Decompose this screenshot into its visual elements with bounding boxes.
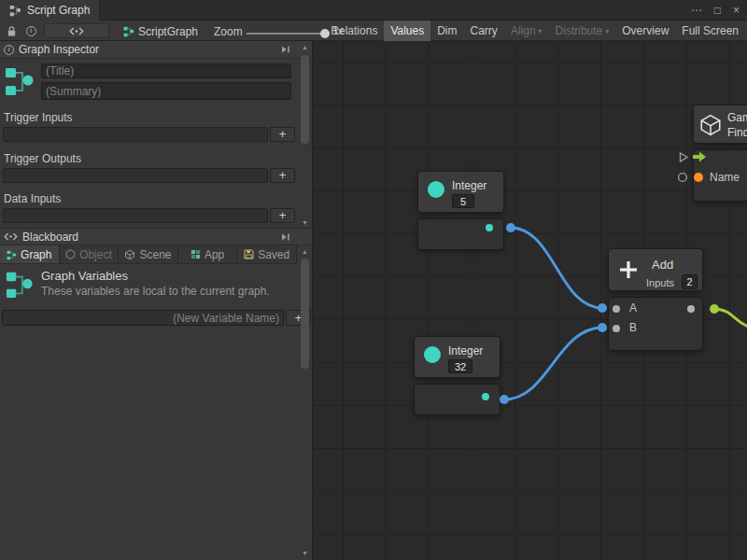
- tab-scene[interactable]: Scene: [119, 245, 178, 264]
- port-a-label: A: [629, 301, 637, 315]
- left-panel: i Graph Inspector Trigger Inputs + Trigg…: [0, 41, 313, 560]
- toolbar-button-relations[interactable]: Relations: [324, 21, 384, 41]
- info-icon: i: [26, 26, 36, 36]
- connection-endpoint[interactable]: [598, 323, 607, 332]
- node-integer-32[interactable]: Integer: [414, 336, 500, 416]
- node-header[interactable]: Integer: [414, 336, 500, 378]
- visual-scripting-icon: [69, 27, 84, 35]
- port-b-label: B: [629, 321, 637, 334]
- tab-app[interactable]: App: [178, 245, 238, 264]
- scroll-down-icon[interactable]: ▼: [299, 218, 311, 228]
- scroll-down-icon[interactable]: ▼: [299, 549, 311, 558]
- zoom-label: Zoom: [214, 25, 243, 38]
- data-input-port[interactable]: [677, 172, 688, 183]
- tab-label: Saved: [258, 248, 289, 261]
- add-data-input-button[interactable]: +: [270, 208, 295, 223]
- node-header[interactable]: Game Find: [693, 105, 747, 144]
- toolbar-button-carry[interactable]: Carry: [464, 21, 504, 41]
- graph-asset-button[interactable]: [44, 23, 109, 38]
- connection-endpoint[interactable]: [506, 223, 515, 232]
- graph-summary-input[interactable]: [41, 82, 291, 100]
- window-titlebar: Script Graph ⋯ □ ×: [0, 0, 747, 21]
- input-port-b[interactable]: [613, 325, 620, 332]
- node-add[interactable]: Add Inputs A B: [608, 248, 703, 353]
- new-variable-input[interactable]: [2, 310, 284, 326]
- toolbar-button-align[interactable]: Align ▾: [504, 21, 549, 41]
- node-header[interactable]: Add Inputs: [608, 248, 703, 291]
- scrollbar-thumb[interactable]: [301, 55, 309, 144]
- graph-title-input[interactable]: [41, 63, 291, 78]
- lock-button[interactable]: [3, 23, 20, 38]
- window-maximize-button[interactable]: □: [714, 4, 721, 17]
- tab-script-graph[interactable]: Script Graph: [0, 0, 100, 21]
- inspector-scrollbar[interactable]: ▲ ▼: [299, 43, 311, 228]
- node-integer-5[interactable]: Integer: [417, 171, 504, 251]
- graph-inspector-header: i Graph Inspector: [0, 41, 312, 59]
- node-title: Integer: [448, 344, 483, 357]
- floppy-icon: [244, 249, 254, 259]
- cube-icon: [698, 113, 723, 137]
- inputs-count-input[interactable]: [682, 274, 698, 289]
- toolbar-button-overview[interactable]: Overview: [615, 21, 675, 41]
- tab-saved[interactable]: Saved: [237, 245, 297, 264]
- trigger-outputs-list: [3, 168, 268, 183]
- toolbar-button-label: Align: [511, 24, 536, 37]
- integer-value-input[interactable]: [452, 194, 474, 208]
- toolbar-button-values[interactable]: Values: [384, 21, 430, 41]
- tab-label: Object: [79, 248, 112, 261]
- window-menu-button[interactable]: ⋯: [691, 4, 702, 17]
- unity-script-graph-window: Script Graph ⋯ □ × i ScriptGraph Zoom 1x…: [0, 0, 747, 560]
- scroll-up-icon[interactable]: ▲: [299, 247, 311, 257]
- node-title: Integer: [452, 179, 486, 192]
- connection-endpoint[interactable]: [710, 304, 719, 314]
- info-button[interactable]: i: [22, 23, 39, 38]
- connection-int5-to-a[interactable]: [511, 228, 602, 308]
- inputs-label: Inputs: [646, 277, 674, 288]
- expand-pane-icon[interactable]: [281, 232, 291, 242]
- graph-name-label: ScriptGraph: [138, 25, 198, 38]
- name-port-label: Name: [710, 171, 740, 184]
- section-trigger-outputs-label: Trigger Outputs: [4, 152, 81, 165]
- add-trigger-output-button[interactable]: +: [270, 168, 295, 183]
- plus-icon: [618, 259, 639, 280]
- chevron-down-icon: ▾: [539, 27, 543, 35]
- integer-value-input[interactable]: [448, 359, 472, 373]
- graph-toolbar: i ScriptGraph Zoom 1x Relations Values D…: [0, 21, 747, 41]
- node-title: Add: [652, 258, 673, 272]
- input-port-a[interactable]: [613, 305, 620, 313]
- control-input-port[interactable]: [678, 151, 689, 163]
- scrollbar-thumb[interactable]: [301, 259, 309, 369]
- tab-graph[interactable]: Graph: [0, 245, 60, 264]
- node-title-line2: Find: [727, 126, 747, 139]
- toolbar-button-fullscreen[interactable]: Full Screen: [675, 21, 745, 41]
- graph-variables-subtitle: These variables are local to the current…: [41, 285, 270, 298]
- blackboard-scrollbar[interactable]: ▲ ▼: [299, 247, 311, 558]
- graph-reference-field[interactable]: ScriptGraph: [123, 24, 198, 38]
- name-port-dot[interactable]: [694, 173, 703, 182]
- output-port[interactable]: [486, 224, 493, 231]
- connection-endpoint[interactable]: [500, 395, 509, 404]
- output-port[interactable]: [687, 305, 695, 313]
- output-port[interactable]: [482, 393, 489, 400]
- connection-int32-to-b[interactable]: [504, 328, 602, 399]
- integer-icon: [424, 346, 441, 363]
- connection-add-output[interactable]: [714, 309, 747, 328]
- scroll-up-icon[interactable]: ▲: [299, 43, 311, 52]
- connection-endpoint[interactable]: [598, 303, 607, 313]
- graph-icon: [7, 249, 17, 260]
- toolbar-button-dim[interactable]: Dim: [430, 21, 463, 41]
- expand-pane-icon[interactable]: [281, 45, 291, 54]
- graph-icon-large: [5, 63, 35, 97]
- node-title-line1: Game: [727, 111, 747, 124]
- tab-object[interactable]: Object: [60, 245, 120, 264]
- trigger-inputs-list: [3, 127, 268, 142]
- zoom-slider[interactable]: [247, 33, 325, 35]
- graph-variables-title: Graph Variables: [41, 269, 128, 283]
- add-trigger-input-button[interactable]: +: [270, 127, 295, 142]
- blackboard-tabs: Graph Object Scene App Saved: [0, 245, 297, 264]
- graph-canvas[interactable]: Integer Integer Add Inputs: [313, 41, 747, 560]
- toolbar-button-distribute[interactable]: Distribute ▾: [549, 21, 616, 41]
- node-header[interactable]: Integer: [417, 171, 504, 213]
- flow-arrow-icon[interactable]: [692, 150, 707, 163]
- window-close-button[interactable]: ×: [733, 4, 740, 17]
